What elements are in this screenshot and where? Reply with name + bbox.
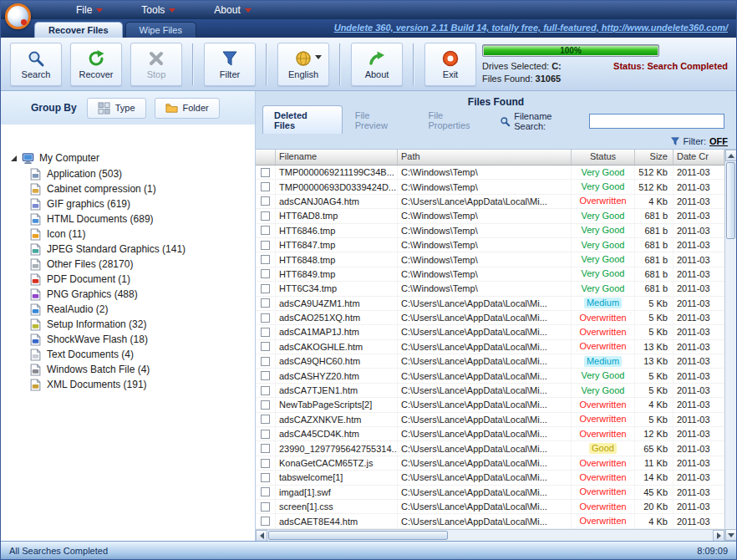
row-checkbox[interactable] (261, 386, 270, 395)
table-row[interactable]: HTT6846.tmpC:\Windows\Temp\Very Good681 … (256, 224, 724, 238)
table-row[interactable]: HTT6849.tmpC:\Windows\Temp\Very Good681 … (256, 267, 724, 282)
table-row[interactable]: adsCAKOGHLE.htmC:\Users\Lance\AppData\Lo… (256, 340, 724, 354)
tab-wipe-files[interactable]: Wipe Files (125, 22, 196, 38)
column-header-path[interactable]: Path (398, 150, 572, 165)
table-row[interactable]: NewTabPageScripts[2]C:\Users\Lance\AppDa… (256, 398, 724, 412)
english-button[interactable]: English (277, 43, 329, 86)
column-header-date-cr[interactable]: Date Cr (673, 150, 724, 165)
table-row[interactable]: HTT6848.tmpC:\Windows\Temp\Very Good681 … (256, 252, 724, 267)
tree-expander-icon[interactable] (11, 155, 17, 161)
tree-item-application[interactable]: Application (503) (11, 166, 255, 181)
vertical-scrollbar[interactable] (724, 150, 736, 541)
row-checkbox[interactable] (261, 400, 270, 410)
scroll-down-button[interactable] (725, 529, 737, 541)
tree-item-html-documents[interactable]: HTML Documents (689) (11, 211, 255, 227)
row-checkbox[interactable] (261, 328, 270, 337)
table-row[interactable]: HTT6AD8.tmpC:\Windows\Temp\Very Good681 … (256, 209, 724, 223)
menu-about[interactable]: About (204, 3, 279, 18)
tree-item-other-files[interactable]: Other Files (28170) (11, 257, 255, 272)
tree-item-pdf-document[interactable]: PDF Document (1) (11, 272, 255, 287)
group-by-type-button[interactable]: Type (87, 98, 146, 119)
table-row[interactable]: screen[1].cssC:\Users\Lance\AppData\Loca… (256, 500, 724, 514)
horizontal-scrollbar[interactable] (256, 529, 724, 541)
row-checkbox[interactable] (261, 196, 270, 206)
tree-item-cabinet-compression[interactable]: Cabinet compression (1) (11, 181, 255, 196)
table-row[interactable]: adsCASHYZ20.htmC:\Users\Lance\AppData\Lo… (256, 369, 724, 383)
tab-file-properties[interactable]: File Properties (417, 106, 498, 134)
search-button[interactable]: Search (10, 43, 62, 86)
horizontal-scroll-thumb[interactable] (268, 531, 448, 540)
tab-deleted-files[interactable]: Deleted Files (262, 105, 343, 134)
tree-item-png-graphics[interactable]: PNG Graphics (488) (11, 287, 255, 302)
row-checkbox[interactable] (261, 182, 270, 191)
row-checkbox[interactable] (261, 357, 270, 366)
table-row[interactable]: adsCA9QHC60.htmC:\Users\Lance\AppData\Lo… (256, 354, 724, 369)
tree-item-text-documents[interactable]: Text Documents (4) (11, 347, 255, 362)
row-checkbox[interactable] (261, 226, 270, 235)
table-row[interactable]: TMP00000693D0339424D...C:\Windows\Temp\V… (256, 180, 724, 194)
row-checkbox[interactable] (261, 211, 270, 221)
column-header-filename[interactable]: Filename (276, 150, 398, 165)
table-row[interactable]: adsCA45CD4K.htmC:\Users\Lance\AppData\Lo… (256, 427, 724, 441)
table-row[interactable]: HTT6847.tmpC:\Windows\Temp\Very Good681 … (256, 238, 724, 252)
scroll-right-button[interactable] (713, 530, 724, 542)
row-checkbox[interactable] (261, 284, 270, 293)
row-checkbox[interactable] (261, 430, 270, 439)
filename-search-input[interactable] (589, 114, 724, 129)
tree-item-windows-batch-file[interactable]: Windows Batch File (4) (11, 362, 255, 377)
row-checkbox[interactable] (261, 168, 270, 177)
tree-item-setup-information[interactable]: Setup Information (32) (11, 317, 255, 332)
row-checkbox[interactable] (261, 415, 270, 424)
tree-root-my-computer[interactable]: My Computer (11, 150, 255, 166)
table-row[interactable]: adsCA9U4ZM1.htmC:\Users\Lance\AppData\Lo… (256, 297, 724, 311)
menu-file[interactable]: File (66, 3, 131, 18)
exit-button[interactable]: Exit (424, 43, 476, 86)
filter-button[interactable]: Filter (204, 43, 256, 86)
group-by-folder-button[interactable]: Folder (155, 98, 220, 119)
column-header-status[interactable]: Status (572, 150, 635, 165)
menu-tools[interactable]: Tools (131, 3, 204, 18)
row-checkbox[interactable] (261, 459, 270, 468)
column-header-size[interactable]: Size (635, 150, 673, 165)
row-checkbox[interactable] (261, 444, 270, 453)
row-checkbox[interactable] (261, 473, 270, 482)
table-row[interactable]: KonaGetCACM65TZ.jsC:\Users\Lance\AppData… (256, 456, 724, 471)
table-row[interactable]: 23990_1297795642755314...C:\Users\Lance\… (256, 441, 724, 456)
filter-state-link[interactable]: OFF (709, 136, 728, 146)
scroll-left-button[interactable] (256, 530, 267, 542)
scroll-up-button[interactable] (725, 150, 737, 161)
vertical-scroll-thumb[interactable] (726, 162, 735, 239)
table-row[interactable]: adsCAZXNKVE.htmC:\Users\Lance\AppData\Lo… (256, 413, 724, 427)
tree-item-xml-documents[interactable]: XML Documents (191) (11, 377, 255, 392)
tree-item-icon[interactable]: Icon (11) (11, 227, 255, 242)
row-checkbox[interactable] (261, 502, 270, 512)
tab-recover-files[interactable]: Recover Files (34, 22, 123, 38)
about-button[interactable]: About (351, 43, 403, 86)
row-checkbox[interactable] (261, 517, 270, 526)
row-checkbox[interactable] (261, 269, 270, 278)
table-row[interactable]: adsCAET8E44.htmC:\Users\Lance\AppData\Lo… (256, 514, 724, 528)
row-checkbox[interactable] (261, 313, 270, 323)
tree-item-gif-graphics[interactable]: GIF graphics (619) (11, 196, 255, 211)
recover-button[interactable]: Recover (70, 43, 122, 86)
table-row[interactable]: adsCANJ0AG4.htmC:\Users\Lance\AppData\Lo… (256, 195, 724, 209)
header-select-column[interactable] (256, 150, 276, 165)
stop-button[interactable]: Stop (130, 43, 182, 86)
tree-item-jpeg-standard-graphics[interactable]: JPEG Standard Graphics (141) (11, 242, 255, 257)
row-checkbox[interactable] (261, 255, 270, 264)
table-row[interactable]: imgad[1].swfC:\Users\Lance\AppData\Local… (256, 486, 724, 500)
tree-item-shockwave-flash[interactable]: ShockWave Flash (18) (11, 332, 255, 347)
table-row[interactable]: TMP0000069211199C34B...C:\Windows\Temp\V… (256, 165, 724, 180)
row-checkbox[interactable] (261, 487, 270, 496)
row-checkbox[interactable] (261, 371, 270, 380)
tab-file-preview[interactable]: File Preview (344, 106, 416, 134)
table-row[interactable]: adsCAO251XQ.htmC:\Users\Lance\AppData\Lo… (256, 311, 724, 325)
table-row[interactable]: tabswelcome[1]C:\Users\Lance\AppData\Loc… (256, 471, 724, 485)
row-checkbox[interactable] (261, 298, 270, 308)
tree-item-realaudio[interactable]: RealAudio (2) (11, 302, 255, 317)
table-row[interactable]: HTT6C34.tmpC:\Windows\Temp\Very Good681 … (256, 282, 724, 296)
table-row[interactable]: adsCA7TJEN1.htmC:\Users\Lance\AppData\Lo… (256, 384, 724, 398)
table-row[interactable]: adsCA1MAP1J.htmC:\Users\Lance\AppData\Lo… (256, 325, 724, 339)
row-checkbox[interactable] (261, 241, 270, 250)
row-checkbox[interactable] (261, 342, 270, 351)
